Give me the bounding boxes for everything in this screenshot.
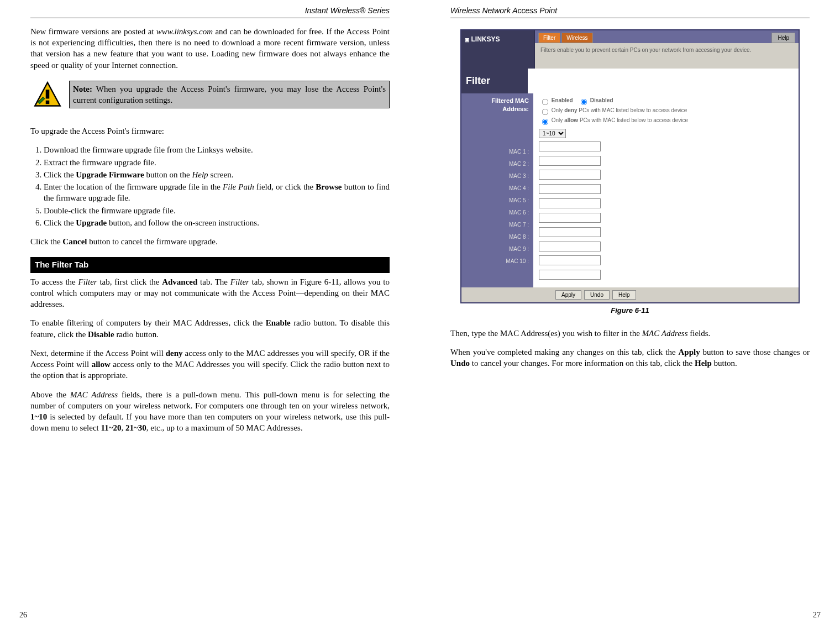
mac-input[interactable] (539, 170, 601, 180)
mac-input[interactable] (539, 255, 601, 265)
page-number-left: 26 (19, 610, 27, 621)
tab-description: Filters enable you to prevent certain PC… (535, 43, 799, 69)
after-fig-p1: Then, type the MAC Address(es) you wish … (450, 328, 810, 339)
radio-deny[interactable]: Only deny PCs with MAC listed below to a… (539, 107, 687, 113)
list-item: Enter the location of the firmware upgra… (44, 181, 390, 204)
mac-label: MAC 10 : (466, 255, 529, 268)
mac-label: MAC 6 : (466, 207, 529, 219)
help-button[interactable]: Help (612, 290, 636, 300)
mac-input[interactable] (539, 184, 601, 194)
page-number-right: 27 (813, 610, 821, 621)
running-head-right: Wireless Network Access Point (450, 6, 810, 18)
list-item: Click the Upgrade button, and follow the… (44, 217, 390, 228)
list-item: Download the firmware upgrade file from … (44, 144, 390, 155)
mac-input[interactable] (539, 227, 601, 237)
figure-6-11: ▣ LINKSYS Filter Wireless Help Filters e… (460, 29, 800, 316)
list-item: Extract the firmware upgrade file. (44, 157, 390, 168)
note-text: Note: When you upgrade the Access Point'… (69, 81, 390, 109)
mac-label: MAC 7 : (466, 219, 529, 231)
apply-button[interactable]: Apply (555, 290, 581, 300)
mac-input[interactable] (539, 270, 601, 280)
mac-label: MAC 8 : (466, 231, 529, 243)
filtered-mac-label: Filtered MAC Address: (466, 97, 529, 113)
mac-label: MAC 2 : (466, 158, 529, 170)
list-item: Click the Upgrade Firmware button on the… (44, 169, 390, 180)
upgrade-lead: To upgrade the Access Point's firmware: (30, 125, 390, 137)
mac-label: MAC 9 : (466, 243, 529, 255)
tab-help-button[interactable]: Help (771, 33, 795, 44)
cancel-line: Click the Cancel button to cancel the fi… (30, 236, 390, 247)
mac-input[interactable] (539, 242, 601, 251)
after-fig-p2: When you've completed making any changes… (450, 347, 810, 369)
filter-p3: Next, determine if the Access Point will… (30, 348, 390, 381)
mac-label: MAC 4 : (466, 182, 529, 195)
mac-label: MAC 3 : (466, 170, 529, 182)
svg-rect-1 (46, 90, 50, 98)
note-block: Note: When you upgrade the Access Point'… (30, 81, 390, 112)
svg-rect-2 (46, 101, 50, 104)
filter-p2: To enable filtering of computers by thei… (30, 317, 390, 340)
mac-range-select[interactable]: 1~10 (539, 129, 566, 138)
mac-label: MAC 1 : (466, 146, 529, 158)
mac-input[interactable] (539, 141, 601, 151)
page-right: Wireless Network Access Point ▣ LINKSYS … (420, 0, 840, 624)
radio-disabled[interactable]: Disabled (578, 97, 613, 103)
router-ui-mock: ▣ LINKSYS Filter Wireless Help Filters e… (460, 29, 800, 303)
section-filter-tab: The Filter Tab (30, 257, 390, 272)
warning-icon (30, 81, 69, 112)
side-title: Filter (461, 69, 528, 93)
brand-logo: ▣ LINKSYS (461, 30, 535, 69)
running-head-left: Instant Wireless® Series (30, 6, 390, 18)
mac-input[interactable] (539, 156, 601, 166)
list-item: Double-click the firmware upgrade file. (44, 205, 390, 216)
tab-filter[interactable]: Filter (538, 33, 560, 44)
tab-wireless[interactable]: Wireless (561, 33, 592, 44)
filter-p1: To access the Filter tab, first click th… (30, 276, 390, 310)
radio-enabled[interactable]: Enabled (539, 97, 573, 103)
firmware-intro: New firmware versions are posted at www.… (30, 26, 390, 71)
undo-button[interactable]: Undo (584, 290, 610, 300)
mac-input[interactable] (539, 213, 601, 223)
mac-label: MAC 5 : (466, 195, 529, 207)
upgrade-steps: Download the firmware upgrade file from … (30, 144, 390, 228)
mac-input[interactable] (539, 198, 601, 208)
page-left: Instant Wireless® Series New firmware ve… (0, 0, 420, 624)
filter-p4: Above the MAC Address fields, there is a… (30, 389, 390, 434)
figure-caption: Figure 6-11 (460, 306, 800, 316)
radio-allow[interactable]: Only allow PCs with MAC listed below to … (539, 117, 688, 123)
